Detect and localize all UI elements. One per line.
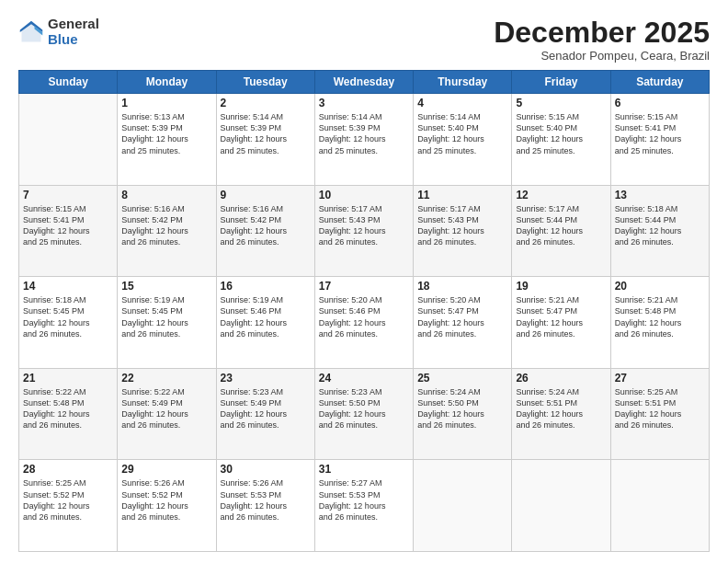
day-info: Sunrise: 5:25 AM Sunset: 5:51 PM Dayligh… (615, 386, 705, 431)
day-number: 9 (221, 189, 311, 201)
table-row: 4Sunrise: 5:14 AM Sunset: 5:40 PM Daylig… (414, 94, 512, 186)
col-monday: Monday (118, 71, 216, 94)
logo-general-text: General (48, 17, 99, 32)
month-title: December 2025 (494, 17, 710, 49)
day-number: 4 (417, 97, 507, 109)
day-info: Sunrise: 5:14 AM Sunset: 5:39 PM Dayligh… (319, 111, 409, 156)
day-number: 20 (615, 280, 705, 293)
day-number: 28 (23, 463, 113, 476)
day-number: 18 (417, 280, 507, 293)
table-row: 31Sunrise: 5:27 AM Sunset: 5:53 PM Dayli… (314, 460, 413, 552)
day-info: Sunrise: 5:18 AM Sunset: 5:44 PM Dayligh… (615, 203, 705, 248)
table-row: 15Sunrise: 5:19 AM Sunset: 5:45 PM Dayli… (118, 277, 216, 369)
table-row: 24Sunrise: 5:23 AM Sunset: 5:50 PM Dayli… (314, 368, 413, 460)
table-row: 12Sunrise: 5:17 AM Sunset: 5:44 PM Dayli… (512, 185, 610, 277)
table-row: 9Sunrise: 5:16 AM Sunset: 5:42 PM Daylig… (216, 185, 314, 277)
day-number: 2 (221, 97, 311, 109)
col-thursday: Thursday (414, 71, 512, 94)
table-row: 3Sunrise: 5:14 AM Sunset: 5:39 PM Daylig… (314, 94, 413, 186)
day-info: Sunrise: 5:14 AM Sunset: 5:40 PM Dayligh… (417, 111, 507, 156)
day-info: Sunrise: 5:15 AM Sunset: 5:40 PM Dayligh… (516, 111, 606, 156)
day-number: 21 (23, 372, 113, 385)
table-row: 10Sunrise: 5:17 AM Sunset: 5:43 PM Dayli… (314, 185, 413, 277)
day-info: Sunrise: 5:19 AM Sunset: 5:45 PM Dayligh… (121, 294, 211, 339)
header: General Blue December 2025 Senador Pompe… (18, 17, 710, 63)
day-info: Sunrise: 5:25 AM Sunset: 5:52 PM Dayligh… (23, 477, 113, 523)
day-info: Sunrise: 5:15 AM Sunset: 5:41 PM Dayligh… (615, 111, 705, 156)
table-row: 7Sunrise: 5:15 AM Sunset: 5:41 PM Daylig… (19, 185, 118, 277)
day-info: Sunrise: 5:24 AM Sunset: 5:51 PM Dayligh… (516, 386, 606, 431)
day-number: 24 (319, 372, 409, 385)
day-number: 6 (615, 97, 705, 109)
col-saturday: Saturday (610, 71, 709, 94)
day-info: Sunrise: 5:21 AM Sunset: 5:47 PM Dayligh… (516, 294, 606, 339)
col-wednesday: Wednesday (314, 71, 413, 94)
day-number: 22 (121, 372, 211, 385)
table-row: 13Sunrise: 5:18 AM Sunset: 5:44 PM Dayli… (610, 185, 709, 277)
table-row: 18Sunrise: 5:20 AM Sunset: 5:47 PM Dayli… (414, 277, 512, 369)
table-row (512, 460, 610, 552)
page: General Blue December 2025 Senador Pompe… (0, 0, 728, 563)
table-row: 29Sunrise: 5:26 AM Sunset: 5:52 PM Dayli… (118, 460, 216, 552)
calendar-week-3: 14Sunrise: 5:18 AM Sunset: 5:45 PM Dayli… (19, 277, 710, 369)
day-info: Sunrise: 5:23 AM Sunset: 5:50 PM Dayligh… (319, 386, 409, 431)
day-number: 15 (121, 280, 211, 293)
table-row: 22Sunrise: 5:22 AM Sunset: 5:49 PM Dayli… (118, 368, 216, 460)
table-row: 28Sunrise: 5:25 AM Sunset: 5:52 PM Dayli… (19, 460, 118, 552)
table-row: 27Sunrise: 5:25 AM Sunset: 5:51 PM Dayli… (610, 368, 709, 460)
col-tuesday: Tuesday (216, 71, 314, 94)
day-number: 23 (221, 372, 311, 385)
day-info: Sunrise: 5:27 AM Sunset: 5:53 PM Dayligh… (319, 477, 409, 523)
calendar-week-1: 1Sunrise: 5:13 AM Sunset: 5:39 PM Daylig… (19, 94, 710, 186)
table-row: 11Sunrise: 5:17 AM Sunset: 5:43 PM Dayli… (414, 185, 512, 277)
day-info: Sunrise: 5:22 AM Sunset: 5:49 PM Dayligh… (121, 386, 211, 431)
table-row: 19Sunrise: 5:21 AM Sunset: 5:47 PM Dayli… (512, 277, 610, 369)
day-number: 16 (221, 280, 311, 293)
table-row: 23Sunrise: 5:23 AM Sunset: 5:49 PM Dayli… (216, 368, 314, 460)
day-info: Sunrise: 5:16 AM Sunset: 5:42 PM Dayligh… (221, 203, 311, 248)
day-info: Sunrise: 5:21 AM Sunset: 5:48 PM Dayligh… (615, 294, 705, 339)
day-number: 29 (121, 463, 211, 476)
day-info: Sunrise: 5:17 AM Sunset: 5:43 PM Dayligh… (417, 203, 507, 248)
location: Senador Pompeu, Ceara, Brazil (494, 49, 710, 63)
day-info: Sunrise: 5:20 AM Sunset: 5:47 PM Dayligh… (417, 294, 507, 339)
table-row: 2Sunrise: 5:14 AM Sunset: 5:39 PM Daylig… (216, 94, 314, 186)
day-info: Sunrise: 5:18 AM Sunset: 5:45 PM Dayligh… (23, 294, 113, 339)
day-info: Sunrise: 5:14 AM Sunset: 5:39 PM Dayligh… (221, 111, 311, 156)
day-info: Sunrise: 5:17 AM Sunset: 5:44 PM Dayligh… (516, 203, 606, 248)
day-info: Sunrise: 5:19 AM Sunset: 5:46 PM Dayligh… (221, 294, 311, 339)
day-info: Sunrise: 5:26 AM Sunset: 5:53 PM Dayligh… (221, 477, 311, 523)
day-number: 8 (121, 189, 211, 201)
day-info: Sunrise: 5:15 AM Sunset: 5:41 PM Dayligh… (23, 203, 113, 248)
day-number: 25 (417, 372, 507, 385)
logo: General Blue (18, 17, 99, 47)
table-row (414, 460, 512, 552)
day-info: Sunrise: 5:22 AM Sunset: 5:48 PM Dayligh… (23, 386, 113, 431)
day-number: 17 (319, 280, 409, 293)
day-number: 14 (23, 280, 113, 293)
title-block: December 2025 Senador Pompeu, Ceara, Bra… (494, 17, 710, 63)
table-row: 30Sunrise: 5:26 AM Sunset: 5:53 PM Dayli… (216, 460, 314, 552)
day-number: 13 (615, 189, 705, 201)
col-sunday: Sunday (19, 71, 118, 94)
day-number: 30 (221, 463, 311, 476)
table-row: 1Sunrise: 5:13 AM Sunset: 5:39 PM Daylig… (118, 94, 216, 186)
day-info: Sunrise: 5:23 AM Sunset: 5:49 PM Dayligh… (221, 386, 311, 431)
day-info: Sunrise: 5:24 AM Sunset: 5:50 PM Dayligh… (417, 386, 507, 431)
day-info: Sunrise: 5:13 AM Sunset: 5:39 PM Dayligh… (121, 111, 211, 156)
logo-blue-text: Blue (48, 32, 99, 48)
table-row: 26Sunrise: 5:24 AM Sunset: 5:51 PM Dayli… (512, 368, 610, 460)
table-row: 14Sunrise: 5:18 AM Sunset: 5:45 PM Dayli… (19, 277, 118, 369)
calendar-week-4: 21Sunrise: 5:22 AM Sunset: 5:48 PM Dayli… (19, 368, 710, 460)
calendar-week-5: 28Sunrise: 5:25 AM Sunset: 5:52 PM Dayli… (19, 460, 710, 552)
day-number: 7 (23, 189, 113, 201)
table-row: 21Sunrise: 5:22 AM Sunset: 5:48 PM Dayli… (19, 368, 118, 460)
day-number: 3 (319, 97, 409, 109)
day-number: 10 (319, 189, 409, 201)
logo-icon (18, 19, 44, 45)
day-info: Sunrise: 5:17 AM Sunset: 5:43 PM Dayligh… (319, 203, 409, 248)
table-row: 6Sunrise: 5:15 AM Sunset: 5:41 PM Daylig… (610, 94, 709, 186)
table-row: 17Sunrise: 5:20 AM Sunset: 5:46 PM Dayli… (314, 277, 413, 369)
col-friday: Friday (512, 71, 610, 94)
table-row: 20Sunrise: 5:21 AM Sunset: 5:48 PM Dayli… (610, 277, 709, 369)
